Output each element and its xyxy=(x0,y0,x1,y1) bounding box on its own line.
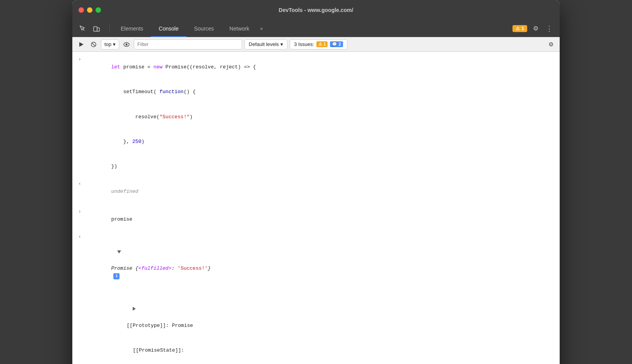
info-icon[interactable]: i xyxy=(113,273,120,279)
collapse-triangle[interactable] xyxy=(87,249,122,263)
tab-divider xyxy=(109,24,110,33)
line-gutter-3 xyxy=(72,105,87,106)
result-gutter-1: ‹ xyxy=(72,180,87,188)
run-button[interactable] xyxy=(76,39,86,49)
context-selector[interactable]: top ▾ xyxy=(101,39,119,49)
console-input-line-5: }) xyxy=(72,155,560,179)
promise-result-code: Promise {<fulfilled>: 'Success!'} i xyxy=(87,233,560,289)
eye-icon xyxy=(123,42,130,47)
svg-marker-3 xyxy=(79,42,84,47)
close-button[interactable] xyxy=(79,7,84,13)
levels-arrow: ▾ xyxy=(280,41,283,47)
line-gutter-5 xyxy=(72,155,87,156)
play-icon xyxy=(79,42,84,47)
warning-icon: ⚠ xyxy=(516,26,520,31)
dropdown-arrow: ▾ xyxy=(113,41,116,47)
devtools-window: DevTools - www.google.com/ Elements Con xyxy=(72,0,560,364)
info-count-badge: 💬 2 xyxy=(330,41,343,47)
inspect-element-button[interactable] xyxy=(77,23,88,34)
console-result-undefined: ‹ undefined xyxy=(72,179,560,204)
eye-button[interactable] xyxy=(121,39,132,49)
more-tabs-button[interactable]: » xyxy=(257,26,266,31)
triangle-down-icon xyxy=(117,250,121,253)
levels-label: Default levels xyxy=(249,41,279,47)
console-toolbar: top ▾ Default levels ▾ 3 Issues: ⚠ 1 💬 2 xyxy=(72,37,560,52)
more-options-button[interactable]: ⋮ xyxy=(544,23,555,34)
console-input-line-4: }, 250) xyxy=(72,129,560,154)
prototype-gutter xyxy=(72,289,87,290)
triangle-right-icon xyxy=(133,307,136,311)
minimize-button[interactable] xyxy=(87,7,92,13)
promise-input-code: promise xyxy=(87,208,560,231)
device-toggle-button[interactable] xyxy=(91,23,102,34)
tabs-right-controls: ⚠ 1 ⚙ ⋮ xyxy=(512,23,555,34)
context-label: top xyxy=(104,41,111,47)
svg-point-7 xyxy=(126,43,128,45)
line-gutter-2 xyxy=(72,80,87,81)
clear-console-button[interactable] xyxy=(89,39,99,49)
tab-network[interactable]: Network xyxy=(222,20,257,37)
undefined-result: undefined xyxy=(87,180,560,204)
svg-line-5 xyxy=(92,43,96,46)
issues-pill[interactable]: 3 Issues: ⚠ 1 💬 2 xyxy=(290,39,347,49)
code-content-5: }) xyxy=(87,155,560,179)
tab-elements[interactable]: Elements xyxy=(113,20,151,37)
gear-icon-small: ⚙ xyxy=(548,41,553,48)
svg-rect-2 xyxy=(97,28,99,31)
device-icon xyxy=(93,25,100,32)
issues-badge[interactable]: ⚠ 1 xyxy=(512,25,527,32)
state-gutter xyxy=(72,338,87,339)
prototype-line: [[Prototype]]: Promise xyxy=(72,289,560,338)
left-arrow-icon: ‹ xyxy=(78,180,81,188)
line-gutter-1: › xyxy=(72,55,87,63)
code-content-2: setTimeout( function() { xyxy=(87,80,560,104)
promise-input-gutter: › xyxy=(72,208,87,216)
code-content-4: }, 250) xyxy=(87,130,560,154)
prototype-code: [[Prototype]]: Promise xyxy=(87,289,560,338)
console-input-line-1: › let promise = new Promise((resolve, re… xyxy=(72,55,560,80)
svg-line-0 xyxy=(83,29,84,31)
gear-icon: ⚙ xyxy=(533,25,538,32)
ellipsis-icon: ⋮ xyxy=(546,24,553,33)
window-title: DevTools - www.google.com/ xyxy=(279,7,354,13)
issues-count: 1 xyxy=(521,26,524,31)
expand-icon-promise[interactable]: › xyxy=(78,208,81,216)
spacer-1 xyxy=(72,204,560,207)
titlebar: DevTools - www.google.com/ xyxy=(72,0,560,20)
line-gutter-4 xyxy=(72,130,87,131)
maximize-button[interactable] xyxy=(96,7,101,13)
filter-input[interactable] xyxy=(134,39,242,49)
warning-count-badge: ⚠ 1 xyxy=(316,41,328,47)
code-content-3: resolve("Success!") xyxy=(87,105,560,129)
promise-result-gutter: ‹ xyxy=(72,233,87,241)
console-output: › let promise = new Promise((resolve, re… xyxy=(72,52,560,364)
svg-rect-1 xyxy=(94,27,97,31)
cursor-icon xyxy=(79,25,86,32)
console-input-line-2: setTimeout( function() { xyxy=(72,80,560,104)
console-input-promise: › promise xyxy=(72,207,560,232)
prototype-expand[interactable] xyxy=(102,306,137,320)
console-settings-button[interactable]: ⚙ xyxy=(546,39,556,49)
promise-state-line: [[PromiseState]]: "fulfilled" xyxy=(72,338,560,364)
settings-button[interactable]: ⚙ xyxy=(530,23,541,34)
tab-console[interactable]: Console xyxy=(151,20,186,37)
console-input-line-3: resolve("Success!") xyxy=(72,105,560,129)
tab-icons xyxy=(77,23,102,34)
code-content-1: let promise = new Promise((resolve, reje… xyxy=(87,55,560,79)
promise-state-code: [[PromiseState]]: "fulfilled" xyxy=(87,338,560,364)
tabs-bar: Elements Console Sources Network » ⚠ 1 ⚙… xyxy=(72,20,560,37)
log-levels-selector[interactable]: Default levels ▾ xyxy=(244,39,287,49)
expand-icon-1[interactable]: › xyxy=(78,56,81,63)
tab-sources[interactable]: Sources xyxy=(186,20,222,37)
issues-text: 3 Issues: xyxy=(294,41,314,47)
console-result-promise: ‹ Promise {<fulfilled>: 'Success!'} i xyxy=(72,232,560,289)
ban-icon xyxy=(91,41,97,48)
toolbar-right: ⚙ xyxy=(546,39,556,49)
traffic-lights xyxy=(79,7,101,13)
left-arrow-icon-2: ‹ xyxy=(78,233,81,241)
